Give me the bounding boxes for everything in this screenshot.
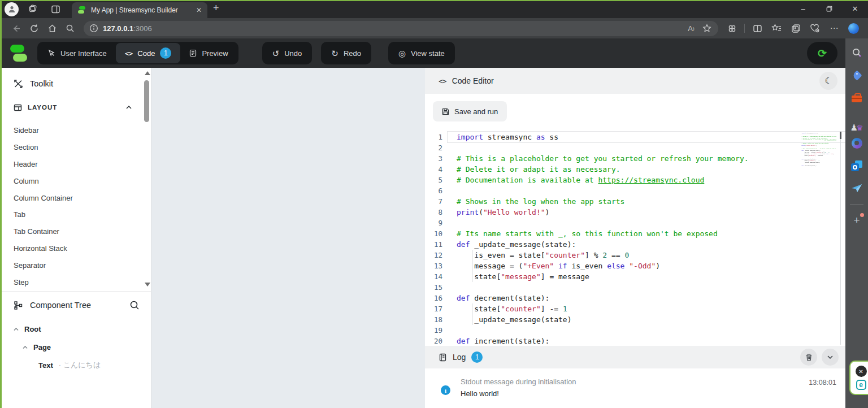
sidebar-m365-icon[interactable] bbox=[845, 132, 868, 154]
sidebar-shopping-icon[interactable] bbox=[845, 64, 868, 86]
overlay-e-logo[interactable]: e bbox=[856, 380, 866, 390]
back-icon[interactable] bbox=[7, 20, 25, 37]
code-line[interactable]: 2 bbox=[425, 142, 845, 153]
code-line[interactable]: 20def increment(state): bbox=[425, 336, 845, 346]
code-line[interactable]: 19 bbox=[425, 325, 845, 336]
tree-node-text[interactable]: Text · こんにちは bbox=[14, 356, 151, 374]
code-line[interactable]: 1import streamsync as ss bbox=[425, 132, 845, 142]
restore-button[interactable] bbox=[816, 0, 842, 17]
chevron-up-icon[interactable] bbox=[14, 328, 19, 331]
sync-button[interactable]: ⟳ bbox=[807, 42, 837, 64]
toolkit-item-tab[interactable]: Tab bbox=[14, 206, 151, 223]
close-window-button[interactable]: ✕ bbox=[842, 0, 868, 17]
settings-more-icon[interactable]: ⋯ bbox=[825, 20, 843, 37]
scrollbar-thumb[interactable] bbox=[144, 80, 149, 122]
code-line[interactable]: 8print("Hello world!") bbox=[425, 207, 845, 218]
code-line[interactable]: 17 state["counter"] -= 1 bbox=[425, 303, 845, 314]
toolkit-icon bbox=[14, 79, 23, 89]
code-line[interactable]: 4# Delete it or adapt it as necessary. bbox=[425, 164, 845, 175]
code-line[interactable]: 16def decrement(state): bbox=[425, 293, 845, 303]
code-line[interactable]: 3# This is a placeholder to get you star… bbox=[425, 153, 845, 164]
code-editor-content[interactable]: 1import streamsync as ss23# This is a pl… bbox=[425, 129, 845, 346]
dark-mode-toggle[interactable]: ☾ bbox=[819, 72, 837, 90]
code-line[interactable]: 20def increment(state): bbox=[800, 165, 836, 167]
code-scrollbar-track[interactable] bbox=[840, 132, 841, 345]
tab-user-interface[interactable]: User Interface bbox=[38, 43, 116, 63]
sidebar-add-icon[interactable]: + bbox=[845, 209, 868, 232]
toolkit-scrollbar[interactable] bbox=[143, 70, 150, 288]
copilot-icon[interactable] bbox=[844, 20, 862, 37]
toolkit-item-column[interactable]: Column bbox=[14, 172, 151, 189]
line-number: 7 bbox=[425, 196, 448, 207]
sidebar-outlook-icon[interactable] bbox=[845, 154, 868, 177]
sidebar-games-icon[interactable]: ♟♛ bbox=[845, 109, 868, 132]
component-tree: Root Page Text · こんにちは bbox=[14, 320, 151, 374]
overlay-close-icon[interactable]: ✕ bbox=[856, 366, 867, 377]
site-info-icon[interactable] bbox=[89, 24, 98, 33]
code-line[interactable]: 10# Its name starts with _, so this func… bbox=[425, 228, 845, 239]
chevron-up-icon[interactable] bbox=[126, 106, 132, 109]
toolkit-item-sidebar[interactable]: Sidebar bbox=[14, 122, 151, 139]
code-scrollbar-thumb[interactable] bbox=[840, 132, 841, 139]
code-line[interactable]: 5# Documentation is available at https:/… bbox=[425, 175, 845, 185]
toolkit-item-horizontal-stack[interactable]: Horizontal Stack bbox=[14, 240, 151, 257]
scroll-down-arrow[interactable] bbox=[145, 283, 150, 287]
address-bar[interactable]: 127.0.0.1:3006 A) bbox=[84, 21, 718, 36]
tab-preview[interactable]: Preview bbox=[180, 43, 237, 63]
sidebar-tools-icon[interactable] bbox=[845, 86, 868, 109]
log-entry-message: Hello world! bbox=[461, 389, 809, 398]
search-toolbar-icon[interactable] bbox=[61, 20, 79, 37]
extensions-icon[interactable] bbox=[723, 20, 741, 37]
toolkit-item-header[interactable]: Header bbox=[14, 156, 151, 173]
sidebar-search-icon[interactable] bbox=[845, 41, 868, 64]
url-text[interactable]: 127.0.0.1:3006 bbox=[103, 24, 152, 33]
save-and-run-button[interactable]: Save and run bbox=[433, 101, 507, 121]
line-number: 17 bbox=[425, 303, 448, 314]
sidebar-drop-icon[interactable] bbox=[845, 177, 868, 199]
split-screen-icon[interactable] bbox=[748, 20, 766, 37]
refresh-icon[interactable] bbox=[25, 20, 43, 37]
minimize-button[interactable]: – bbox=[790, 0, 816, 17]
code-line[interactable]: 18 _update_message(state) bbox=[425, 314, 845, 325]
layout-section-header[interactable]: LAYOUT bbox=[14, 101, 151, 114]
collapse-log-button[interactable] bbox=[822, 349, 839, 366]
new-tab-button[interactable]: + bbox=[213, 2, 219, 14]
tree-node-page[interactable]: Page bbox=[14, 338, 151, 356]
code-line[interactable]: 14 state["message"] = message bbox=[425, 271, 845, 282]
workspaces-icon[interactable] bbox=[24, 1, 41, 17]
view-state-button[interactable]: ◎View state bbox=[388, 42, 455, 64]
url-host: 127.0.0.1 bbox=[103, 24, 133, 33]
page-canvas[interactable] bbox=[151, 68, 425, 408]
toolkit-item-column-container[interactable]: Column Container bbox=[14, 189, 151, 206]
scroll-up-arrow[interactable] bbox=[145, 71, 150, 75]
undo-button[interactable]: ↺Undo bbox=[262, 42, 313, 64]
tab-close-icon[interactable]: ✕ bbox=[195, 6, 203, 14]
tree-search-icon[interactable] bbox=[129, 300, 140, 310]
toolkit-item-separator[interactable]: Separator bbox=[14, 257, 151, 274]
toolkit-item-section[interactable]: Section bbox=[14, 139, 151, 156]
toolkit-item-step[interactable]: Step bbox=[14, 274, 151, 290]
code-line[interactable]: 12 is_even = state["counter"] % 2 == 0 bbox=[425, 250, 845, 261]
minimap[interactable]: 1import streamsync as ss23# This is a pl… bbox=[800, 132, 836, 174]
tree-node-root[interactable]: Root bbox=[14, 320, 151, 338]
profile-avatar[interactable] bbox=[5, 2, 19, 16]
code-line[interactable]: 6 bbox=[425, 185, 845, 196]
tab-actions-icon[interactable] bbox=[47, 1, 64, 17]
home-icon[interactable] bbox=[43, 20, 61, 37]
collections-icon[interactable] bbox=[787, 20, 805, 37]
chevron-up-icon[interactable] bbox=[23, 346, 28, 349]
browser-tab-active[interactable]: My App | Streamsync Builder ✕ bbox=[72, 2, 207, 18]
code-line[interactable]: 15 bbox=[425, 282, 845, 293]
code-line[interactable]: 11def _update_message(state): bbox=[425, 239, 845, 250]
clear-log-button[interactable] bbox=[800, 349, 817, 366]
code-line[interactable]: 13 message = ("+Even" if is_even else "-… bbox=[425, 261, 845, 271]
favorites-icon[interactable] bbox=[767, 20, 785, 37]
tab-code[interactable]: <> Code 1 bbox=[116, 43, 181, 63]
redo-button[interactable]: ↻Redo bbox=[321, 42, 371, 64]
code-line[interactable]: 9 bbox=[425, 218, 845, 228]
read-aloud-icon[interactable]: A) bbox=[683, 21, 699, 36]
toolkit-item-tab-container[interactable]: Tab Container bbox=[14, 223, 151, 240]
browser-essentials-icon[interactable] bbox=[806, 20, 824, 37]
favorite-star-icon[interactable] bbox=[699, 21, 715, 36]
code-line[interactable]: 7# Shows in the log when the app starts bbox=[425, 196, 845, 207]
